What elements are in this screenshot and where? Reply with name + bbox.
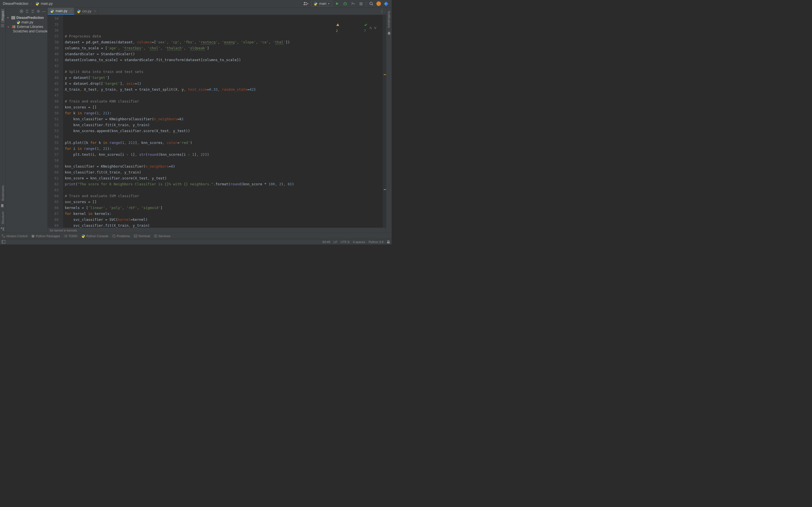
services-tool[interactable]: Services (154, 234, 170, 238)
problems-tool[interactable]: Problems (112, 234, 130, 238)
settings-icon[interactable] (36, 9, 40, 13)
svg-rect-7 (3, 228, 4, 228)
todo-label: TODO (68, 234, 78, 238)
top-right-toolbar: ▾ main ▾ (303, 1, 389, 6)
search-everywhere-button[interactable] (368, 1, 374, 6)
typo-indicator[interactable]: 7 (342, 16, 367, 40)
run-configuration-selector[interactable]: main ▾ (311, 1, 332, 6)
run-config-label: main (319, 2, 326, 6)
breadcrumb: DieasePrediction 〉 main.py (3, 1, 53, 6)
breadcrumb-project[interactable]: DieasePrediction (3, 2, 29, 6)
svg-rect-15 (14, 25, 15, 28)
svg-point-18 (2, 235, 3, 236)
libraries-icon (12, 25, 16, 29)
python-icon (313, 2, 317, 6)
tree-file-main[interactable]: main.py (7, 20, 46, 24)
warning-indicator[interactable]: 2 (313, 16, 339, 40)
breadcrumb-file[interactable]: main.py (41, 2, 53, 6)
run-with-coverage-button[interactable] (350, 1, 356, 6)
svg-rect-24 (2, 240, 3, 243)
editor-tab-bar: main.py × cm.py × ⋮ (48, 8, 386, 15)
tree-file-label: main.py (21, 20, 33, 24)
inspection-widget[interactable]: 2 7 ᐱ ᐯ (313, 16, 376, 40)
svg-point-4 (370, 2, 372, 5)
version-control-label: Version Control (6, 234, 28, 238)
chevron-down-icon: ▾ (328, 2, 329, 5)
close-tab-icon[interactable]: × (70, 9, 72, 12)
left-tool-stripe: Project Bookmarks Structure (0, 8, 6, 233)
tab-menu-icon[interactable]: ⋮ (380, 9, 384, 13)
debug-button[interactable] (342, 1, 348, 6)
svg-rect-8 (3, 229, 4, 229)
tree-root[interactable]: ▾ DieasePrediction (7, 15, 46, 20)
run-button[interactable] (335, 1, 340, 6)
file-encoding[interactable]: UTF-8 (341, 240, 349, 244)
python-packages-label: Python Packages (36, 234, 60, 238)
python-file-icon (35, 2, 39, 6)
svg-point-19 (4, 236, 5, 237)
bookmarks-tool-button[interactable]: Bookmarks (1, 183, 4, 203)
ide-features-icon[interactable] (383, 1, 389, 6)
cursor-position[interactable]: 68:49 (322, 240, 331, 244)
tree-external-label: External Libraries (17, 25, 43, 29)
line-separator[interactable]: LF (334, 240, 337, 244)
notifications-tool-button[interactable]: Notifications (388, 9, 391, 30)
close-tab-icon[interactable]: × (94, 10, 96, 13)
chevron-down-icon[interactable]: ▾ (7, 16, 10, 19)
tree-root-label: DieasePrediction (16, 16, 44, 20)
bookmarks-icon (1, 204, 5, 208)
project-tree[interactable]: ▾ DieasePrediction main.py ▸ External Li… (6, 15, 47, 233)
bookmarks-indicator-icon[interactable] (1, 24, 5, 28)
svg-point-11 (21, 11, 22, 12)
python-file-icon (16, 20, 20, 24)
error-stripe[interactable] (383, 15, 386, 228)
collapse-all-icon[interactable] (31, 9, 35, 13)
next-highlight-icon[interactable]: ᐯ (374, 25, 376, 31)
editor-breadcrumb-bar[interactable]: for kernel in kernels (48, 228, 386, 233)
user-avatar[interactable] (376, 1, 381, 6)
code-editor[interactable]: # Preprocess datadataset = pd.get_dummie… (63, 15, 383, 228)
python-interpreter[interactable]: Python 3.8 (368, 240, 384, 244)
project-tree-panel: — ▾ DieasePrediction main.py ▸ External … (6, 8, 48, 233)
structure-tool-button[interactable]: Structure (1, 209, 4, 226)
indent-setting[interactable]: 4 spaces (353, 240, 365, 244)
warning-count: 2 (336, 29, 338, 33)
breadcrumb-separator: 〉 (30, 1, 34, 6)
svg-point-2 (344, 3, 346, 5)
prev-highlight-icon[interactable]: ᐱ (370, 25, 372, 31)
tool-windows-toggle[interactable] (2, 240, 5, 244)
status-bar: 68:49 LF UTF-8 4 spaces Python 3.8 (0, 239, 392, 244)
editor-area: main.py × cm.py × ⋮ 34353637383940414243… (48, 8, 386, 233)
svg-rect-9 (3, 230, 4, 230)
svg-rect-14 (13, 25, 14, 28)
lock-icon[interactable] (387, 240, 390, 244)
tab-label: main.py (56, 9, 67, 13)
todo-tool[interactable]: TODO (64, 234, 78, 238)
project-tool-button[interactable]: Project (1, 9, 4, 23)
chevron-right-icon[interactable]: ▸ (8, 25, 11, 28)
tree-external-libraries[interactable]: ▸ External Libraries (7, 24, 46, 29)
right-tool-stripe: Notifications (386, 8, 392, 233)
python-console-tool[interactable]: Python Console (81, 234, 108, 238)
tab-cm-py[interactable]: cm.py × (74, 8, 98, 15)
terminal-tool[interactable]: Terminal (134, 234, 150, 238)
services-label: Services (158, 234, 170, 238)
tab-main-py[interactable]: main.py × (48, 8, 74, 15)
python-packages-tool[interactable]: Python Packages (31, 234, 60, 238)
version-control-tool[interactable]: Version Control (2, 234, 28, 238)
hide-panel-icon[interactable]: — (42, 9, 46, 13)
top-navigation-bar: DieasePrediction 〉 main.py ▾ main ▾ (0, 0, 392, 8)
select-opened-file-icon[interactable] (19, 9, 23, 13)
stop-button[interactable] (358, 1, 364, 6)
svg-rect-3 (359, 2, 363, 5)
svg-point-0 (36, 2, 37, 3)
tab-label: cm.py (82, 9, 91, 13)
python-file-icon (77, 9, 81, 13)
tree-scratches[interactable]: Scratches and Consoles (7, 29, 46, 34)
expand-all-icon[interactable] (25, 9, 29, 13)
line-number-gutter[interactable]: 3435363738394041424344454647484950515253… (48, 15, 63, 228)
collaborators-icon[interactable]: ▾ (303, 1, 309, 6)
bell-icon[interactable] (388, 31, 391, 35)
svg-rect-6 (1, 228, 2, 229)
terminal-label: Terminal (139, 234, 150, 238)
